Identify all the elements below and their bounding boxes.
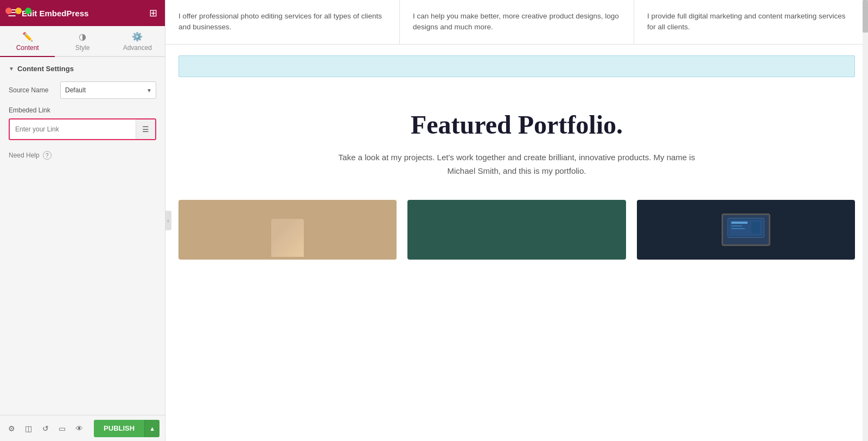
source-name-label: Source Name bbox=[9, 86, 60, 94]
portfolio-subtitle: Take a look at my projects. Let's work t… bbox=[327, 150, 707, 178]
scrollbar-track bbox=[863, 0, 868, 441]
traffic-lights bbox=[5, 8, 31, 14]
panel-collapse-handle[interactable]: ‹ bbox=[165, 211, 171, 230]
website-content: I offer professional photo editing servi… bbox=[165, 0, 868, 441]
panel-content: ▼ Content Settings Source Name Default ▼… bbox=[0, 57, 165, 415]
embed-input-wrapper: ☰ bbox=[9, 118, 156, 140]
embed-options-button[interactable]: ☰ bbox=[136, 119, 155, 139]
layers-icon[interactable]: ◫ bbox=[22, 421, 35, 436]
tab-advanced[interactable]: ⚙️ Advanced bbox=[110, 26, 165, 56]
advanced-tab-label: Advanced bbox=[123, 44, 152, 52]
bottom-toolbar: ⚙ ◫ ↺ ▭ 👁 PUBLISH ▲ bbox=[0, 415, 165, 441]
svg-rect-4 bbox=[731, 228, 745, 229]
portfolio-card-3 bbox=[637, 200, 855, 260]
top-card-2-text: I can help you make better, more creativ… bbox=[413, 11, 621, 33]
minimize-button[interactable] bbox=[15, 8, 22, 14]
help-icon: ? bbox=[43, 151, 52, 160]
settings-icon[interactable]: ⚙ bbox=[5, 421, 18, 436]
style-tab-icon: ◑ bbox=[79, 32, 86, 42]
top-cards: I offer professional photo editing servi… bbox=[165, 0, 868, 45]
section-title: Content Settings bbox=[17, 65, 74, 73]
tabs-bar: ✏️ Content ◑ Style ⚙️ Advanced bbox=[0, 26, 165, 57]
publish-button[interactable]: PUBLISH bbox=[94, 420, 144, 437]
publish-dropdown-button[interactable]: ▲ bbox=[144, 420, 159, 437]
top-card-1-text: I offer professional photo editing servi… bbox=[178, 11, 386, 33]
left-panel: ☰ Edit EmbedPress ⊞ ✏️ Content ◑ Style ⚙… bbox=[0, 0, 165, 441]
right-area: I offer professional photo editing servi… bbox=[165, 0, 868, 441]
publish-arrow-icon: ▲ bbox=[149, 425, 155, 432]
publish-group: PUBLISH ▲ bbox=[94, 420, 159, 437]
source-name-select[interactable]: Default bbox=[60, 81, 156, 99]
panel-title: Edit EmbedPress bbox=[22, 9, 88, 18]
svg-rect-2 bbox=[731, 222, 748, 224]
tab-style[interactable]: ◑ Style bbox=[55, 26, 110, 56]
need-help-row[interactable]: Need Help ? bbox=[9, 151, 156, 160]
close-button[interactable] bbox=[5, 8, 12, 14]
top-card-3: I provide full digital marketing and con… bbox=[634, 0, 868, 44]
need-help-label: Need Help bbox=[9, 152, 40, 159]
portfolio-section: Featured Portfolio. Take a look at my pr… bbox=[165, 88, 868, 281]
section-header: ▼ Content Settings bbox=[9, 65, 156, 73]
content-tab-icon: ✏️ bbox=[22, 32, 33, 42]
grid-icon[interactable]: ⊞ bbox=[149, 7, 157, 19]
tab-content[interactable]: ✏️ Content bbox=[0, 26, 55, 56]
collapse-arrow-icon[interactable]: ▼ bbox=[9, 66, 14, 72]
source-name-row: Source Name Default ▼ bbox=[9, 81, 156, 99]
embed-link-input[interactable] bbox=[10, 119, 136, 139]
embed-placeholder-bar bbox=[178, 55, 855, 77]
fullscreen-button[interactable] bbox=[25, 8, 31, 14]
content-tab-label: Content bbox=[16, 44, 39, 52]
history-icon[interactable]: ↺ bbox=[39, 421, 52, 436]
source-name-control: Default ▼ bbox=[60, 81, 156, 99]
responsive-icon[interactable]: ▭ bbox=[56, 421, 68, 436]
eye-icon[interactable]: 👁 bbox=[73, 421, 85, 436]
scrollbar-thumb[interactable] bbox=[863, 0, 868, 33]
embed-options-icon: ☰ bbox=[142, 125, 149, 134]
top-card-1: I offer professional photo editing servi… bbox=[165, 0, 400, 44]
bag-graphic bbox=[271, 219, 304, 257]
portfolio-cards bbox=[178, 200, 855, 260]
embed-link-label: Embeded Link bbox=[9, 106, 156, 114]
advanced-tab-icon: ⚙️ bbox=[132, 32, 143, 42]
portfolio-title: Featured Portfolio. bbox=[178, 110, 855, 140]
top-card-2: I can help you make better, more creativ… bbox=[400, 0, 634, 44]
portfolio-card-1 bbox=[178, 200, 397, 260]
source-name-select-wrapper: Default ▼ bbox=[60, 81, 156, 99]
monitor-graphic bbox=[722, 213, 770, 246]
svg-rect-3 bbox=[731, 225, 742, 226]
top-card-3-text: I provide full digital marketing and con… bbox=[647, 11, 855, 33]
style-tab-label: Style bbox=[75, 44, 90, 52]
embed-link-section: Embeded Link ☰ bbox=[9, 106, 156, 140]
portfolio-card-2 bbox=[407, 200, 626, 260]
svg-rect-5 bbox=[751, 222, 760, 234]
